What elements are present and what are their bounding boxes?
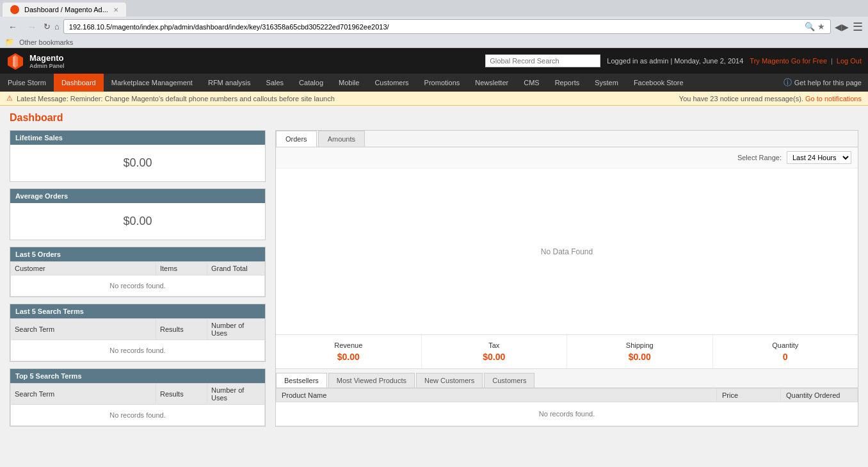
forward-button[interactable]: → [24,20,40,33]
try-magento-link[interactable]: Try Magento Go for Free [750,57,827,65]
nav-item-promotions[interactable]: Promotions [417,74,468,92]
col-customer: Customer [11,262,156,275]
admin-header: Magento Admin Panel Logged in as admin |… [0,48,868,74]
top-5-search-terms-widget: Top 5 Search Terms Search Term Results N… [10,368,266,427]
tab-title: Dashboard / Magento Ad... [24,6,108,13]
nav-item-sales[interactable]: Sales [259,74,292,92]
col-price: Price [717,389,781,402]
back-button[interactable]: ← [5,20,20,33]
nav-item-dashboard[interactable]: Dashboard [54,74,104,92]
global-search-input[interactable] [485,54,600,67]
stat-shipping-label: Shipping [574,341,706,349]
stat-revenue-value: $0.00 [282,352,415,362]
menu-icon[interactable]: ☰ [853,20,863,34]
admin-header-right: Logged in as admin | Monday, June 2, 201… [485,54,862,67]
svg-marker-2 [15,55,18,68]
nav-item-marketplace[interactable]: Marketplace Management [104,74,200,92]
stat-tax-value: $0.00 [428,352,561,362]
tab-most-viewed[interactable]: Most Viewed Products [328,373,415,388]
nav-item-mobile[interactable]: Mobile [331,74,367,92]
home-button[interactable]: ⌂ [54,22,60,31]
average-orders-body: $0.00 [10,203,265,240]
nav-item-customers[interactable]: Customers [367,74,416,92]
nav-item-rfm[interactable]: RFM analysis [200,74,259,92]
last-5-search-terms-header: Last 5 Search Terms [10,304,265,318]
col-items: Items [156,262,207,275]
col-product-name: Product Name [277,389,717,402]
alert-icon: ⚠ [6,94,13,102]
average-orders-value: $0.00 [17,209,259,233]
stat-revenue-label: Revenue [282,341,415,349]
bookmarks-label[interactable]: Other bookmarks [19,38,73,46]
col-qty-ordered: Quantity Ordered [781,389,858,402]
top-5-search-terms-header: Top 5 Search Terms [10,369,265,383]
nav-item-cms[interactable]: CMS [516,74,547,92]
nav-item-reports[interactable]: Reports [547,74,588,92]
tab-favicon [10,5,19,14]
alert-right: You have 23 notice unread message(s). Go… [679,95,862,102]
notice-text: You have 23 notice unread message(s). [679,95,803,102]
nav-right: ⓘ Get help for this page [784,77,868,88]
dashboard-grid: Lifetime Sales $0.00 Average Orders $0.0… [10,130,858,427]
tab-orders[interactable]: Orders [276,131,317,147]
tab-bestsellers[interactable]: Bestsellers [276,373,327,388]
col-grand-total: Grand Total [207,262,265,275]
chart-area: No Data Found [276,168,858,334]
address-bar[interactable]: 🔍 ★ [63,19,831,34]
header-links: Try Magento Go for Free | Log Out [750,57,862,65]
product-table-container: Product Name Price Quantity Ordered No r… [276,388,858,426]
nav-item-pulse-storm[interactable]: Pulse Storm [0,74,54,92]
notice-link[interactable]: Go to notifications [805,95,862,102]
magento-logo-icon [6,52,24,70]
nav-item-facebook-store[interactable]: Facebook Store [626,74,691,92]
alert-bar: ⚠ Latest Message: Reminder: Change Magen… [0,92,868,106]
stat-quantity-label: Quantity [719,341,852,349]
logout-link[interactable]: Log Out [837,57,862,65]
last-5-orders-widget: Last 5 Orders Customer Items Grand Total [10,247,266,297]
tab-new-customers[interactable]: New Customers [416,373,483,388]
svg-marker-1 [13,55,15,68]
select-range-label: Select Range: [737,154,782,161]
tab-customers[interactable]: Customers [484,373,534,388]
nav-item-catalog[interactable]: Catalog [291,74,331,92]
nav-item-system[interactable]: System [587,74,626,92]
url-input[interactable] [69,23,805,31]
lifetime-sales-header: Lifetime Sales [10,131,265,145]
logo-magento-text: Magento [29,53,65,63]
tab-amounts[interactable]: Amounts [318,131,365,147]
no-records-text: No records found. [11,275,265,297]
select-range-dropdown[interactable]: Last 24 Hours Last 7 Days Current Month … [787,151,851,164]
tab-close-button[interactable]: ✕ [113,6,118,13]
page-title: Dashboard [10,112,858,124]
last-5-search-terms-widget: Last 5 Search Terms Search Term Results … [10,304,266,362]
nav-item-newsletter[interactable]: Newsletter [467,74,516,92]
chart-controls: Select Range: Last 24 Hours Last 7 Days … [276,147,858,168]
reload-button[interactable]: ↻ [44,22,51,31]
left-panel: Lifetime Sales $0.00 Average Orders $0.0… [10,130,266,427]
no-records-text: No records found. [11,405,265,426]
stats-bar: Revenue $0.00 Tax $0.00 Shipping $0.00 Q… [276,334,858,369]
last-5-orders-table: Customer Items Grand Total No records fo… [10,261,265,297]
browser-tab[interactable]: Dashboard / Magento Ad... ✕ [3,3,126,17]
bookmark-icon[interactable]: ★ [817,22,825,31]
col-results: Results [156,319,207,340]
table-row: No records found. [11,405,265,426]
help-link[interactable]: ⓘ Get help for this page [784,77,862,88]
table-row: No records found. [11,340,265,361]
col-uses: Number of Uses [207,319,265,340]
alert-text: Latest Message: Reminder: Change Magento… [17,95,335,102]
search-icon[interactable]: 🔍 [805,22,815,31]
last-5-orders-header: Last 5 Orders [10,247,265,261]
right-panel: Orders Amounts Select Range: Last 24 Hou… [275,130,858,427]
last-5-orders-body: Customer Items Grand Total No records fo… [10,261,265,297]
lifetime-sales-widget: Lifetime Sales $0.00 [10,130,266,182]
stat-quantity-value: 0 [719,352,852,362]
average-orders-widget: Average Orders $0.00 [10,188,266,240]
top-5-search-terms-body: Search Term Results Number of Uses No re… [10,383,265,426]
last-5-search-terms-table: Search Term Results Number of Uses No re… [10,318,265,361]
col-search-term: Search Term [11,319,156,340]
logged-in-text: Logged in as admin | Monday, June 2, 201… [607,57,743,65]
alert-message: ⚠ Latest Message: Reminder: Change Magen… [6,94,335,102]
extensions-icon: ◀▶ [835,22,849,32]
col-uses: Number of Uses [207,384,265,405]
